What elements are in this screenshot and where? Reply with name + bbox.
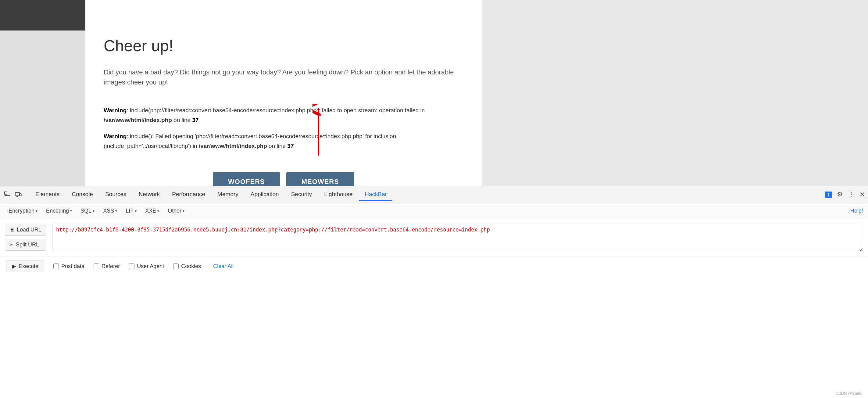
post-data-checkbox-label[interactable]: Post data xyxy=(53,263,85,270)
warning-line-2: 37 xyxy=(287,143,293,149)
page-description: Did you have a bad day? Did things not g… xyxy=(104,67,463,87)
svg-rect-1 xyxy=(5,192,7,194)
tab-application[interactable]: Application xyxy=(245,188,284,201)
sql-arrow-icon: ▾ xyxy=(93,209,94,213)
lfi-arrow-icon: ▾ xyxy=(135,209,136,213)
post-data-label: Post data xyxy=(61,263,85,270)
tab-security[interactable]: Security xyxy=(286,188,318,201)
cookies-checkbox[interactable] xyxy=(173,264,179,269)
execute-icon: ▶ xyxy=(12,263,16,270)
page-title: Cheer up! xyxy=(104,37,463,55)
page-content-area: Cheer up! Did you have a bad day? Did th… xyxy=(85,0,482,186)
user-agent-checkbox[interactable] xyxy=(129,264,134,269)
xxe-arrow-icon: ▾ xyxy=(157,209,159,213)
more-icon[interactable]: ⋮ xyxy=(848,191,855,198)
right-area xyxy=(482,0,868,186)
referer-label: Referer xyxy=(101,263,120,270)
xxe-dropdown[interactable]: XXE ▾ xyxy=(142,206,163,216)
xxe-label: XXE xyxy=(145,208,156,214)
referer-checkbox-label[interactable]: Referer xyxy=(94,263,120,270)
close-panel-icon[interactable]: ✕ xyxy=(860,191,865,198)
xss-dropdown[interactable]: XSS ▾ xyxy=(99,206,121,216)
tab-network[interactable]: Network xyxy=(133,188,165,201)
referer-checkbox[interactable] xyxy=(94,264,99,269)
cookies-label: Cookies xyxy=(181,263,201,270)
settings-icon[interactable]: ⚙ xyxy=(837,191,843,198)
xss-arrow-icon: ▾ xyxy=(115,209,117,213)
user-agent-label: User Agent xyxy=(137,263,164,270)
other-label: Other xyxy=(168,208,181,214)
warning-label-1: Warning xyxy=(104,107,126,114)
execute-button[interactable]: ▶ Execute xyxy=(6,260,44,272)
tab-hackbar[interactable]: HackBar xyxy=(359,188,392,201)
help-link[interactable]: Help! xyxy=(850,208,863,214)
svg-rect-5 xyxy=(15,192,20,196)
sql-label: SQL xyxy=(81,208,91,214)
lfi-dropdown[interactable]: LFI ▾ xyxy=(122,206,140,216)
warning-line-1: 37 xyxy=(192,117,198,123)
sql-dropdown[interactable]: SQL ▾ xyxy=(77,206,98,216)
encoding-dropdown[interactable]: Encoding ▾ xyxy=(42,206,75,216)
cookies-checkbox-label[interactable]: Cookies xyxy=(173,263,201,270)
tab-console[interactable]: Console xyxy=(66,188,98,201)
hackbar-url-area: 🖥 Load URL ✂ Split URL http://b897efc4-b… xyxy=(0,219,868,256)
warning-path-1: /var/www/html/index.php xyxy=(104,117,172,123)
post-data-checkbox[interactable] xyxy=(53,264,59,269)
split-url-label: Split URL xyxy=(16,242,39,248)
devtools-tabbar: Elements Console Sources Network Perform… xyxy=(0,186,868,203)
devtools-tab-right: 1 ⚙ ⋮ ✕ xyxy=(825,191,865,198)
hackbar-left-buttons: 🖥 Load URL ✂ Split URL xyxy=(5,224,46,251)
warning-text-1: Warning: include(php://filter/read=conve… xyxy=(104,105,463,125)
hackbar-options-row: ▶ Execute Post data Referer User Agent C… xyxy=(0,256,868,276)
responsive-icon[interactable] xyxy=(14,190,23,199)
split-url-icon: ✂ xyxy=(9,242,13,248)
svg-rect-6 xyxy=(20,194,21,196)
lfi-label: LFI xyxy=(126,208,133,214)
user-agent-checkbox-label[interactable]: User Agent xyxy=(129,263,164,270)
devtools-icons-group xyxy=(3,190,23,199)
warning-text-2: Warning: include(): Failed opening 'php:… xyxy=(104,131,463,151)
other-arrow-icon: ▾ xyxy=(183,209,184,213)
load-url-icon: 🖥 xyxy=(9,227,14,233)
devtools-panel: Elements Console Sources Network Perform… xyxy=(0,186,868,398)
encryption-label: Encryption xyxy=(8,208,34,214)
warning-block: Warning: include(php://filter/read=conve… xyxy=(104,102,463,160)
split-url-button[interactable]: ✂ Split URL xyxy=(5,239,46,251)
other-dropdown[interactable]: Other ▾ xyxy=(164,206,188,216)
load-url-button[interactable]: 🖥 Load URL xyxy=(5,224,46,236)
tab-sources[interactable]: Sources xyxy=(100,188,132,201)
encryption-dropdown[interactable]: Encryption ▾ xyxy=(5,206,41,216)
warning-label-2: Warning xyxy=(104,133,126,140)
encoding-label: Encoding xyxy=(46,208,69,214)
inspect-icon[interactable] xyxy=(3,190,11,199)
tab-performance[interactable]: Performance xyxy=(166,188,211,201)
xss-label: XSS xyxy=(103,208,114,214)
warning-path-2: /var/www/html/index.php xyxy=(199,143,267,149)
hackbar-toolbar: Encryption ▾ Encoding ▾ SQL ▾ XSS ▾ LFI … xyxy=(0,203,868,219)
encoding-arrow-icon: ▾ xyxy=(70,209,72,213)
tab-lighthouse[interactable]: Lighthouse xyxy=(319,188,358,201)
execute-label: Execute xyxy=(19,263,38,270)
encryption-arrow-icon: ▾ xyxy=(36,209,37,213)
left-sidebar xyxy=(0,30,85,186)
tab-elements[interactable]: Elements xyxy=(30,188,65,201)
console-badge: 1 xyxy=(825,191,832,198)
clear-all-link[interactable]: Clear All xyxy=(213,263,234,270)
copyright-text: CSDN @Static xyxy=(836,391,862,396)
load-url-label: Load URL xyxy=(17,226,41,233)
tab-memory[interactable]: Memory xyxy=(212,188,244,201)
url-input[interactable]: http://b897efc4-b1f6-4200-8f95-3715df2a6… xyxy=(52,224,863,251)
